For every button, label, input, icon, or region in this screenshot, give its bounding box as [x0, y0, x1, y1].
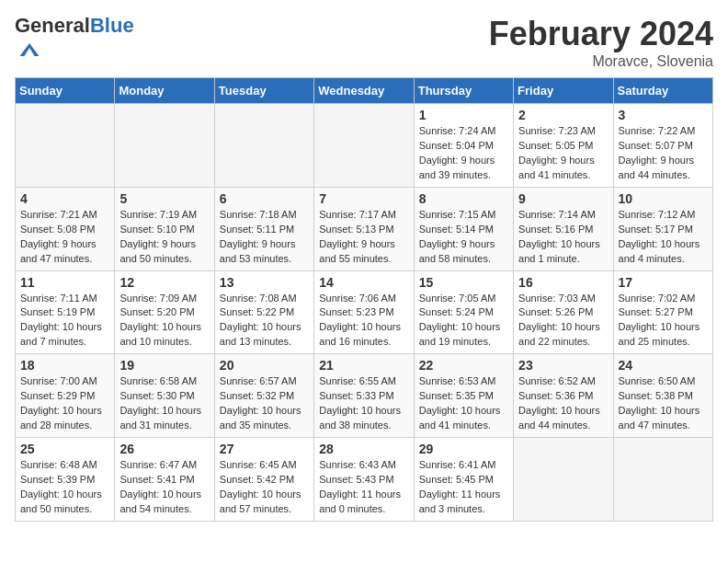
day-info: Sunrise: 7:15 AMSunset: 5:14 PMDaylight:… — [419, 208, 508, 267]
day-number: 19 — [119, 358, 209, 373]
day-number: 15 — [419, 275, 508, 290]
calendar-week-row: 1Sunrise: 7:24 AMSunset: 5:04 PMDaylight… — [16, 104, 713, 188]
month-title: February 2024 — [489, 15, 713, 53]
day-number: 2 — [518, 108, 608, 122]
calendar-cell: 12Sunrise: 7:09 AMSunset: 5:20 PMDayligh… — [115, 270, 214, 354]
calendar-cell: 27Sunrise: 6:45 AMSunset: 5:42 PMDayligh… — [214, 438, 313, 522]
logo-blue: Blue — [90, 14, 134, 37]
calendar-cell — [314, 104, 414, 188]
calendar-cell: 25Sunrise: 6:48 AMSunset: 5:39 PMDayligh… — [16, 438, 115, 522]
calendar-cell: 17Sunrise: 7:02 AMSunset: 5:27 PMDayligh… — [613, 270, 712, 354]
calendar-cell: 11Sunrise: 7:11 AMSunset: 5:19 PMDayligh… — [16, 270, 115, 354]
day-number: 6 — [220, 191, 309, 206]
day-info: Sunrise: 7:17 AMSunset: 5:13 PMDaylight:… — [319, 208, 408, 267]
calendar-cell: 16Sunrise: 7:03 AMSunset: 5:26 PMDayligh… — [514, 270, 613, 354]
logo-icon — [17, 37, 42, 63]
day-number: 26 — [119, 442, 209, 456]
calendar-cell: 29Sunrise: 6:41 AMSunset: 5:45 PMDayligh… — [414, 438, 513, 522]
calendar-table: SundayMondayTuesdayWednesdayThursdayFrid… — [15, 77, 713, 522]
day-number: 10 — [619, 191, 708, 206]
day-number: 18 — [20, 358, 109, 373]
day-number: 21 — [319, 358, 408, 373]
calendar-cell: 13Sunrise: 7:08 AMSunset: 5:22 PMDayligh… — [214, 270, 313, 354]
calendar-cell: 23Sunrise: 6:52 AMSunset: 5:36 PMDayligh… — [514, 354, 613, 438]
logo-general: General — [15, 14, 90, 37]
day-number: 12 — [119, 275, 209, 290]
calendar-cell — [214, 104, 313, 188]
title-block: February 2024 Moravce, Slovenia — [489, 15, 713, 70]
day-info: Sunrise: 7:06 AMSunset: 5:23 PMDaylight:… — [319, 292, 408, 350]
calendar-cell: 24Sunrise: 6:50 AMSunset: 5:38 PMDayligh… — [613, 354, 712, 438]
day-info: Sunrise: 6:47 AMSunset: 5:41 PMDaylight:… — [119, 458, 209, 517]
calendar-cell: 14Sunrise: 7:06 AMSunset: 5:23 PMDayligh… — [314, 270, 414, 354]
column-header-monday: Monday — [115, 78, 214, 104]
day-number: 27 — [220, 442, 309, 456]
calendar-cell: 7Sunrise: 7:17 AMSunset: 5:13 PMDaylight… — [314, 187, 414, 270]
day-number: 13 — [220, 275, 309, 290]
day-info: Sunrise: 6:58 AMSunset: 5:30 PMDaylight:… — [119, 374, 209, 433]
calendar-cell: 4Sunrise: 7:21 AMSunset: 5:08 PMDaylight… — [16, 187, 115, 270]
calendar-cell: 1Sunrise: 7:24 AMSunset: 5:04 PMDaylight… — [414, 104, 513, 188]
day-number: 20 — [220, 358, 309, 373]
calendar-cell — [115, 104, 214, 188]
calendar-cell: 5Sunrise: 7:19 AMSunset: 5:10 PMDaylight… — [115, 187, 214, 270]
day-info: Sunrise: 7:23 AMSunset: 5:05 PMDaylight:… — [518, 124, 608, 183]
location: Moravce, Slovenia — [489, 53, 713, 70]
day-number: 11 — [20, 275, 109, 290]
calendar-cell: 28Sunrise: 6:43 AMSunset: 5:43 PMDayligh… — [314, 438, 414, 522]
column-header-saturday: Saturday — [613, 78, 712, 104]
day-info: Sunrise: 6:53 AMSunset: 5:35 PMDaylight:… — [419, 374, 508, 433]
day-info: Sunrise: 7:09 AMSunset: 5:20 PMDaylight:… — [119, 292, 209, 350]
day-info: Sunrise: 7:02 AMSunset: 5:27 PMDaylight:… — [619, 292, 708, 350]
calendar-week-row: 25Sunrise: 6:48 AMSunset: 5:39 PMDayligh… — [16, 438, 713, 522]
calendar-cell: 10Sunrise: 7:12 AMSunset: 5:17 PMDayligh… — [613, 187, 712, 270]
day-number: 22 — [419, 358, 508, 373]
column-header-tuesday: Tuesday — [214, 78, 313, 104]
page-header: GeneralBlue February 2024 Moravce, Slove… — [15, 15, 713, 70]
day-info: Sunrise: 7:03 AMSunset: 5:26 PMDaylight:… — [518, 292, 608, 350]
day-info: Sunrise: 7:08 AMSunset: 5:22 PMDaylight:… — [220, 292, 309, 350]
day-number: 28 — [319, 442, 408, 456]
calendar-cell: 26Sunrise: 6:47 AMSunset: 5:41 PMDayligh… — [115, 438, 214, 522]
day-info: Sunrise: 6:52 AMSunset: 5:36 PMDaylight:… — [518, 374, 608, 433]
day-number: 7 — [319, 191, 408, 206]
calendar-cell: 18Sunrise: 7:00 AMSunset: 5:29 PMDayligh… — [16, 354, 115, 438]
day-number: 1 — [419, 108, 508, 122]
day-info: Sunrise: 7:14 AMSunset: 5:16 PMDaylight:… — [518, 208, 608, 267]
calendar-cell: 3Sunrise: 7:22 AMSunset: 5:07 PMDaylight… — [613, 104, 712, 188]
column-header-friday: Friday — [514, 78, 613, 104]
column-header-thursday: Thursday — [414, 78, 513, 104]
calendar-cell: 15Sunrise: 7:05 AMSunset: 5:24 PMDayligh… — [414, 270, 513, 354]
day-number: 25 — [20, 442, 109, 456]
column-header-sunday: Sunday — [16, 78, 115, 104]
day-info: Sunrise: 7:12 AMSunset: 5:17 PMDaylight:… — [619, 208, 708, 267]
calendar-week-row: 18Sunrise: 7:00 AMSunset: 5:29 PMDayligh… — [16, 354, 713, 438]
day-info: Sunrise: 6:48 AMSunset: 5:39 PMDaylight:… — [20, 458, 109, 517]
calendar-cell: 22Sunrise: 6:53 AMSunset: 5:35 PMDayligh… — [414, 354, 513, 438]
calendar-header-row: SundayMondayTuesdayWednesdayThursdayFrid… — [16, 78, 713, 104]
calendar-cell: 19Sunrise: 6:58 AMSunset: 5:30 PMDayligh… — [115, 354, 214, 438]
calendar-week-row: 11Sunrise: 7:11 AMSunset: 5:19 PMDayligh… — [16, 270, 713, 354]
day-info: Sunrise: 7:00 AMSunset: 5:29 PMDaylight:… — [20, 374, 109, 433]
day-info: Sunrise: 7:22 AMSunset: 5:07 PMDaylight:… — [619, 124, 708, 183]
calendar-cell: 21Sunrise: 6:55 AMSunset: 5:33 PMDayligh… — [314, 354, 414, 438]
day-number: 8 — [419, 191, 508, 206]
calendar-week-row: 4Sunrise: 7:21 AMSunset: 5:08 PMDaylight… — [16, 187, 713, 270]
day-info: Sunrise: 7:18 AMSunset: 5:11 PMDaylight:… — [220, 208, 309, 267]
day-number: 24 — [619, 358, 708, 373]
day-info: Sunrise: 7:19 AMSunset: 5:10 PMDaylight:… — [119, 208, 209, 267]
calendar-cell — [16, 104, 115, 188]
column-header-wednesday: Wednesday — [314, 78, 414, 104]
day-number: 14 — [319, 275, 408, 290]
day-info: Sunrise: 6:55 AMSunset: 5:33 PMDaylight:… — [319, 374, 408, 433]
calendar-cell: 6Sunrise: 7:18 AMSunset: 5:11 PMDaylight… — [214, 187, 313, 270]
day-info: Sunrise: 6:45 AMSunset: 5:42 PMDaylight:… — [220, 458, 309, 517]
day-info: Sunrise: 7:05 AMSunset: 5:24 PMDaylight:… — [419, 292, 508, 350]
day-info: Sunrise: 7:21 AMSunset: 5:08 PMDaylight:… — [20, 208, 109, 267]
day-number: 29 — [419, 442, 508, 456]
calendar-cell: 20Sunrise: 6:57 AMSunset: 5:32 PMDayligh… — [214, 354, 313, 438]
calendar-cell — [613, 438, 712, 522]
day-number: 3 — [619, 108, 708, 122]
day-number: 5 — [119, 191, 209, 206]
day-number: 17 — [619, 275, 708, 290]
